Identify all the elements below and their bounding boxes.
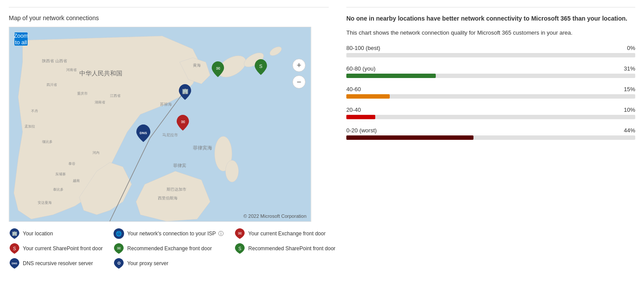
bar-60-80-label: 60-80 (you)	[346, 65, 375, 72]
your-location-icon: 🏢	[9, 228, 20, 239]
chart-subtitle: This chart shows the network connection …	[346, 29, 635, 36]
bar-60-80: 60-80 (you)31%	[346, 65, 635, 78]
svg-text:河内: 河内	[93, 151, 100, 155]
exchange-recommended-icon: ✉	[113, 243, 125, 254]
exchange-current-icon: ✉	[234, 228, 246, 239]
svg-text:安达曼海: 安达曼海	[38, 201, 52, 205]
pin-exchange-current[interactable]: ✉	[176, 115, 190, 132]
svg-text:🏢: 🏢	[182, 88, 189, 94]
svg-text:S: S	[238, 246, 242, 251]
bar-20-40-fill	[346, 115, 375, 119]
svg-point-5	[225, 160, 238, 182]
svg-text:黄海: 黄海	[193, 63, 201, 67]
bar-20-40-track	[346, 115, 635, 119]
svg-text:越南: 越南	[73, 179, 80, 183]
legend-sharepoint-recommended: S Recommended SharePoint front door	[234, 243, 335, 254]
legend-proxy-server: ⚙ Your proxy server	[113, 258, 224, 269]
svg-text:泰比多: 泰比多	[53, 188, 64, 192]
map-copyright: © 2022 Microsoft Corporation	[243, 213, 306, 219]
svg-text:江西省: 江西省	[110, 94, 121, 98]
svg-text:湖南省: 湖南省	[95, 100, 105, 104]
legend-sharepoint-recommended-label: Recommended SharePoint front door	[248, 245, 335, 252]
bar-40-60: 40-6015%	[346, 86, 635, 99]
svg-text:DNS: DNS	[140, 131, 148, 135]
svg-text:泰谷: 泰谷	[68, 162, 75, 166]
bar-40-60-pct: 15%	[624, 86, 635, 92]
proxy-server-icon: ⚙	[113, 258, 125, 269]
svg-text:西里伯斯海: 西里伯斯海	[158, 196, 178, 200]
svg-text:苏禄海: 苏禄海	[160, 102, 172, 106]
svg-text:S: S	[13, 246, 16, 251]
legend-isp-connection: 🌐 Your network's connection to your ISP …	[113, 228, 224, 239]
svg-text:不丹: 不丹	[31, 109, 38, 113]
bar-40-60-fill	[346, 94, 390, 99]
legend-dns-resolver: DNS DNS recursive resolver server	[9, 258, 103, 269]
info-icon[interactable]: ⓘ	[218, 230, 224, 238]
pin-your-location[interactable]: 🏢	[178, 84, 192, 101]
bar-20-40: 20-4010%	[346, 106, 635, 119]
svg-text:河南省: 河南省	[66, 68, 77, 72]
legend-dns-label: DNS recursive resolver server	[23, 260, 93, 266]
zoom-out-icon: −	[297, 78, 302, 87]
svg-text:斯巴达加市: 斯巴达加市	[167, 187, 186, 192]
bar-0-20-track	[346, 135, 635, 140]
bar-0-20-label: 0-20 (worst)	[346, 127, 377, 134]
legend-exchange-recommended-label: Recommended Exchange front door	[127, 245, 212, 252]
svg-text:缅比多: 缅比多	[42, 140, 53, 144]
bar-20-40-label: 20-40	[346, 106, 361, 113]
bar-60-80-track	[346, 74, 635, 78]
legend-sharepoint-current-label: Your current SharePoint front door	[23, 245, 103, 252]
pin-sharepoint-recommended[interactable]: S	[254, 59, 268, 76]
legend-exchange-current: ✉ Your current Exchange front door	[234, 228, 335, 239]
svg-text:DNS: DNS	[12, 262, 18, 265]
bar-40-60-track	[346, 94, 635, 99]
map-section-title: Map of your network connections	[9, 14, 329, 21]
bar-40-60-label: 40-60	[346, 86, 361, 92]
svg-text:🌐: 🌐	[116, 231, 122, 237]
legend-exchange-current-label: Your current Exchange front door	[248, 231, 325, 237]
zoom-to-all-button[interactable]: Zoom to all	[14, 32, 28, 46]
bar-80-100-label: 80-100 (best)	[346, 45, 380, 51]
sharepoint-current-icon: S	[9, 243, 20, 254]
map-container: 中华人民共和国 陕西省 山西省 河南省 四川省 重庆市 湖南省 江西省 不丹 孟…	[9, 27, 311, 222]
right-top-divider	[346, 7, 635, 7]
bar-80-100: 80-100 (best)0%	[346, 45, 635, 57]
svg-text:孟加拉: 孟加拉	[25, 124, 35, 128]
zoom-in-button[interactable]: +	[292, 59, 306, 72]
svg-text:菲律宾海: 菲律宾海	[193, 145, 212, 150]
dns-resolver-icon: DNS	[9, 258, 20, 269]
chart-rows: 80-100 (best)0%60-80 (you)31%40-6015%20-…	[346, 45, 635, 140]
zoom-out-button[interactable]: −	[292, 75, 306, 89]
svg-text:四川省: 四川省	[46, 83, 57, 87]
svg-text:✉: ✉	[216, 66, 220, 71]
main-container: Map of your network connections	[0, 0, 644, 273]
left-panel: Map of your network connections	[9, 7, 329, 269]
svg-text:重庆市: 重庆市	[77, 92, 88, 96]
legend-your-location: 🏢 Your location	[9, 228, 103, 239]
bar-60-80-pct: 31%	[624, 65, 635, 72]
svg-text:陕西省 山西省: 陕西省 山西省	[42, 59, 67, 63]
chart-header-title: No one in nearby locations have better n…	[346, 14, 635, 23]
isp-connection-icon: 🌐	[113, 228, 125, 239]
top-divider	[9, 7, 329, 7]
svg-text:⚙: ⚙	[117, 261, 121, 266]
bar-0-20-pct: 44%	[624, 127, 635, 134]
pin-dns-resolver[interactable]: DNS	[135, 124, 151, 143]
right-panel: No one in nearby locations have better n…	[346, 7, 635, 269]
legend-isp-label: Your network's connection to your ISP	[127, 231, 216, 237]
svg-text:✉: ✉	[181, 119, 185, 124]
svg-text:菲律宾: 菲律宾	[173, 163, 186, 168]
svg-text:✉: ✉	[117, 246, 121, 251]
map-legend: 🏢 Your location 🌐 Your network's connect…	[9, 228, 329, 269]
pin-exchange-recommended[interactable]: ✉	[211, 61, 225, 78]
svg-text:东埔寨: 东埔寨	[55, 172, 66, 176]
legend-exchange-recommended: ✉ Recommended Exchange front door	[113, 243, 224, 254]
map-background: 中华人民共和国 陕西省 山西省 河南省 四川省 重庆市 湖南省 江西省 不丹 孟…	[9, 27, 311, 221]
sharepoint-recommended-icon: S	[234, 243, 246, 254]
bar-80-100-track	[346, 53, 635, 57]
legend-sharepoint-current: S Your current SharePoint front door	[9, 243, 103, 254]
svg-text:✉: ✉	[238, 231, 242, 236]
legend-proxy-label: Your proxy server	[127, 260, 168, 266]
svg-text:🏢: 🏢	[12, 231, 18, 236]
svg-text:马尼拉市: 马尼拉市	[162, 133, 178, 137]
